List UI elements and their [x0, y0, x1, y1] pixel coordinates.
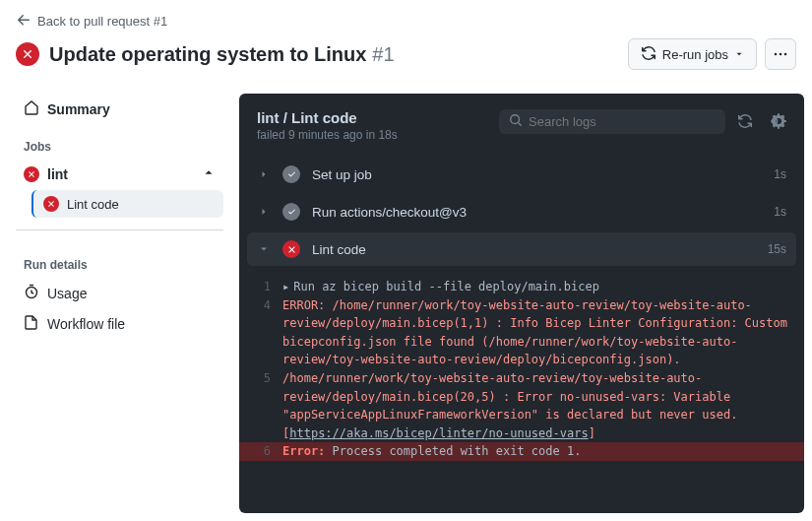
divider [16, 229, 223, 230]
sidebar-job-lint[interactable]: lint [16, 160, 223, 188]
log-title: lint / Lint code [257, 109, 487, 126]
x-circle-icon [43, 196, 59, 212]
check-circle-icon [282, 165, 300, 183]
sidebar-summary-label: Summary [47, 101, 110, 117]
log-line: 5/home/runner/work/toy-website-auto-revi… [239, 369, 804, 442]
log-line: 1▸Run az bicep build --file deploy/main.… [239, 278, 804, 296]
log-status-line: failed 9 minutes ago in 18s [257, 128, 487, 142]
sidebar-step-label: Lint code [67, 197, 119, 212]
svg-point-4 [511, 115, 520, 124]
log-step-row[interactable]: Set up job1s [247, 158, 796, 191]
log-line: 4ERROR: /home/runner/work/toy-website-au… [239, 296, 804, 369]
sidebar-summary[interactable]: Summary [16, 94, 223, 124]
chevron-icon [257, 168, 271, 180]
sidebar-workflow-label: Workflow file [47, 316, 125, 332]
page-title: Update operating system to Linux #1 [49, 43, 395, 66]
step-title: Set up job [312, 167, 762, 182]
step-duration: 15s [768, 242, 786, 256]
svg-point-1 [780, 53, 782, 56]
log-link[interactable]: https://aka.ms/bicep/linter/no-unused-va… [289, 426, 588, 440]
search-input[interactable] [529, 114, 716, 129]
sidebar-usage-label: Usage [47, 286, 87, 301]
svg-point-2 [784, 53, 787, 56]
gear-icon[interactable] [767, 113, 786, 132]
sidebar-step-lint-code[interactable]: Lint code [31, 190, 223, 218]
svg-point-0 [775, 53, 778, 56]
issue-number: #1 [372, 43, 394, 66]
search-icon [509, 113, 523, 130]
back-link-label: Back to pull request #1 [37, 14, 167, 29]
rerun-label: Re-run jobs [662, 47, 728, 62]
rerun-jobs-button[interactable]: Re-run jobs [628, 38, 757, 70]
sidebar-job-label: lint [47, 166, 68, 182]
caret-down-icon [734, 47, 744, 62]
refresh-icon[interactable] [737, 113, 753, 132]
step-duration: 1s [774, 167, 786, 181]
chevron-icon [257, 243, 271, 255]
jobs-heading: Jobs [16, 124, 223, 160]
x-circle-icon [24, 166, 39, 182]
log-line: 6Error: Process completed with exit code… [239, 442, 804, 461]
sidebar-workflow-file[interactable]: Workflow file [16, 308, 223, 339]
step-title: Lint code [312, 242, 756, 257]
more-actions-button[interactable] [765, 38, 796, 70]
log-step-row[interactable]: Lint code15s [247, 232, 796, 266]
chevron-up-icon [202, 165, 216, 182]
caret-right-icon: ▸ [282, 278, 289, 296]
sidebar-usage[interactable]: Usage [16, 278, 223, 308]
log-step-row[interactable]: Run actions/checkout@v31s [247, 195, 796, 228]
chevron-icon [257, 206, 271, 218]
check-circle-icon [282, 203, 300, 221]
run-details-heading: Run details [16, 242, 223, 278]
arrow-left-icon [16, 12, 31, 31]
search-logs-wrap[interactable] [499, 109, 725, 134]
step-title: Run actions/checkout@v3 [312, 205, 762, 220]
home-icon [24, 99, 39, 118]
sync-icon [641, 45, 656, 64]
page-title-text: Update operating system to Linux [49, 43, 366, 66]
x-circle-icon [282, 240, 300, 258]
back-to-pr-link[interactable]: Back to pull request #1 [16, 12, 167, 31]
status-fail-icon [16, 42, 39, 66]
stopwatch-icon [24, 284, 39, 302]
step-duration: 1s [774, 205, 786, 219]
file-icon [24, 314, 39, 333]
